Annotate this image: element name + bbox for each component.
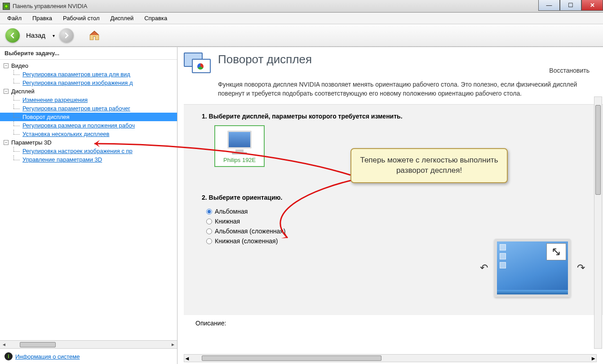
sidebar-scrollbar[interactable]: ◄► <box>0 340 177 348</box>
tree-item[interactable]: Регулировка размера и положения рабоч <box>0 121 177 130</box>
tree-item[interactable]: Регулировка настроек изображения с пр <box>0 147 177 155</box>
collapse-icon[interactable]: − <box>4 89 9 94</box>
close-button[interactable]: ✕ <box>581 0 603 11</box>
collapse-icon[interactable]: − <box>4 63 9 68</box>
back-label: Назад <box>24 31 47 39</box>
monitor-icon <box>225 130 254 155</box>
sidebar-header: Выберите задачу... <box>0 47 177 60</box>
menu-desktop[interactable]: Рабочий стол <box>58 13 104 23</box>
forward-button[interactable] <box>59 28 74 43</box>
titlebar: Панель управления NVIDIA — ☐ ✕ <box>0 0 603 13</box>
tree-item-rotate-display[interactable]: Поворот дисплея <box>0 113 177 121</box>
tree-group-display[interactable]: − Дисплей <box>0 87 177 96</box>
info-icon: i <box>4 352 13 360</box>
tree-item[interactable]: Регулировка параметров изображения д <box>0 79 177 87</box>
page-description: Функция поворота дисплея NVIDIA позволяе… <box>177 80 603 104</box>
step1-label: 1. Выберите дисплей, параметры которого … <box>202 113 594 120</box>
orientation-landscape-flipped[interactable]: Альбомная (сложенная) <box>202 226 594 236</box>
maximize-button[interactable]: ☐ <box>560 0 581 11</box>
main-vertical-scrollbar[interactable] <box>594 96 602 349</box>
rotate-ccw-button[interactable]: ↶ <box>480 262 488 274</box>
description-label: Описание: <box>177 315 603 327</box>
coll18collapse--icon[interactable]: − <box>4 140 9 145</box>
main-panel: Поворот дисплея Восстановить Функция пов… <box>177 47 603 364</box>
menubar: Файл Правка Рабочий стол Дисплей Справка <box>0 13 603 24</box>
display-selector[interactable]: Philips 192E <box>214 125 265 167</box>
orientation-preview <box>494 239 571 297</box>
back-button[interactable] <box>5 28 20 43</box>
toolbar: Назад <box>0 24 603 47</box>
task-tree: − Видео Регулировка параметров цвета для… <box>0 60 177 340</box>
rotate-cw-button[interactable]: ↷ <box>577 262 585 274</box>
tree-item[interactable]: Установка нескольких дисплеев <box>0 130 177 138</box>
back-dropdown[interactable] <box>52 32 55 39</box>
rotation-indicator-icon <box>546 243 566 260</box>
display-rotation-icon <box>184 53 212 76</box>
restore-link[interactable]: Восстановить <box>549 67 590 76</box>
tree-group-3d[interactable]: − Параметры 3D <box>0 138 177 147</box>
tree-item[interactable]: Изменение разрешения <box>0 96 177 104</box>
menu-file[interactable]: Файл <box>3 13 26 23</box>
orientation-landscape[interactable]: Альбомная <box>202 206 594 216</box>
system-info-link[interactable]: i Информация о системе <box>0 348 177 364</box>
tree-item[interactable]: Регулировка параметров цвета для вид <box>0 70 177 79</box>
page-title: Поворот дисплея <box>218 53 549 66</box>
step2-label: 2. Выберите ориентацию. <box>202 194 594 201</box>
menu-display[interactable]: Дисплей <box>106 13 138 23</box>
sidebar: Выберите задачу... − Видео Регулировка п… <box>0 47 177 364</box>
minimize-button[interactable]: — <box>538 0 560 11</box>
menu-edit[interactable]: Правка <box>28 13 57 23</box>
main-horizontal-scrollbar[interactable]: ◄► <box>184 354 597 362</box>
home-button[interactable] <box>87 28 102 43</box>
menu-help[interactable]: Справка <box>140 13 172 23</box>
monitor-name: Philips 192E <box>223 157 256 163</box>
annotation-callout: Теперь можете с легкостью выполнить разв… <box>350 148 508 183</box>
tree-item[interactable]: Управление параметрами 3D <box>0 155 177 164</box>
window-title: Панель управления NVIDIA <box>13 3 87 9</box>
tree-item[interactable]: Регулировка параметров цвета рабочег <box>0 104 177 113</box>
orientation-portrait[interactable]: Книжная <box>202 216 594 226</box>
tree-group-video[interactable]: − Видео <box>0 61 177 70</box>
nvidia-icon <box>3 3 10 10</box>
